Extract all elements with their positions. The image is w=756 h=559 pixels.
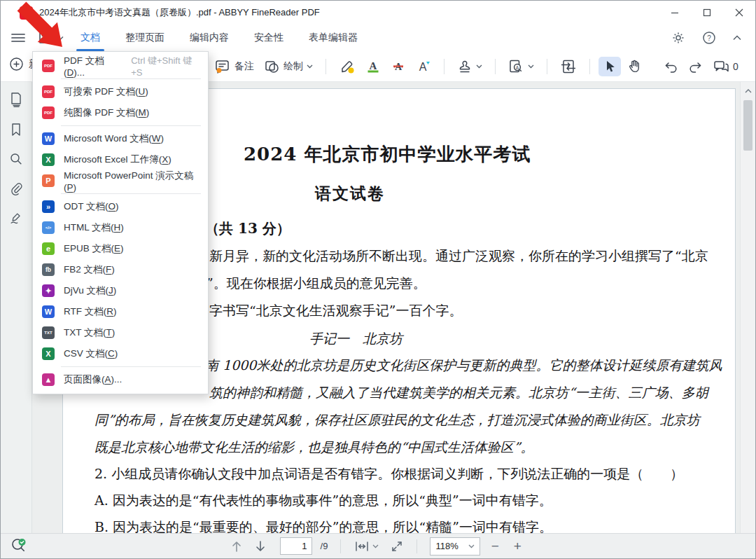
fullscreen-button[interactable] [390,539,404,553]
fit-width-button[interactable] [354,539,379,553]
menu-item-word-document[interactable]: WMicrosoft Word 文档(W) [33,128,208,149]
menu-item-label: 可搜索 PDF 文档(U) [64,85,148,98]
comments-count: 0 [733,61,738,72]
scrollbar-thumb[interactable] [743,100,752,151]
menu-separator [61,193,201,194]
window-title: 2024年北京市中考语文真题（原卷版）.pdf - ABBYY FineRead… [39,6,320,19]
doc-line: 同”的布局，旨在恢复历史建筑风貌，保存社区原驻民的文化生态，打造沉浸式体验的商业… [94,411,700,429]
save-button[interactable] [37,30,52,46]
menu-item-rtf-document[interactable]: WRTF 文档(R) [33,301,208,322]
doc-line: 手记一 北京坊 [309,330,402,348]
page-images-icon: ▲ [42,373,55,386]
convert-document-button[interactable] [556,56,581,77]
page-number-input[interactable] [280,537,312,555]
draw-chevron-icon [307,64,313,69]
collapse-toolbar-icon[interactable] [733,35,741,41]
hand-tool-button[interactable] [622,56,646,77]
menu-item-odt-document[interactable]: »ODT 文档(O) [33,196,208,217]
tab-document[interactable]: 文档 [79,25,102,50]
bookmarks-panel-icon[interactable] [10,123,22,137]
menu-item-label: DjVu 文档(J) [64,284,116,297]
menu-item-page-images[interactable]: ▲页面图像(A)... [33,369,208,390]
vertical-scrollbar[interactable] [740,82,755,534]
image-only-pdf-icon: PDF [42,106,55,119]
recognize-ocr-button[interactable]: A [504,56,538,77]
excel-workbook-icon: X [42,153,55,166]
menu-separator [61,125,201,126]
maximize-button[interactable] [691,1,723,25]
search-panel-icon[interactable] [9,152,23,166]
djvu-document-icon: ✦ [42,284,55,297]
stamp-button[interactable] [453,56,486,77]
menu-item-label: HTML 文档(H) [64,221,124,234]
save-options-chevron-icon[interactable] [57,36,64,41]
underline-tool-button[interactable]: A [361,56,385,77]
doc-line: B. 因为表达的是“最重要的、最好的部分”的意思，所以“精髓”一词中有错字。 [94,518,552,534]
recognize-chevron-icon [528,64,534,69]
highlight-tool-button[interactable] [335,56,360,77]
note-label: 备注 [234,60,254,73]
zoom-in-button[interactable]: + [510,539,525,554]
stamp-chevron-icon [476,64,482,69]
tab-organize-pages[interactable]: 整理页面 [124,25,166,50]
svg-text:A: A [395,62,402,72]
signature-panel-icon[interactable] [9,211,23,225]
zoom-level-select[interactable]: 118% [430,537,480,555]
doc-line: A. 因为表达的是“有代表性的事物或事件”的意思，所以“典型”一词中有错字。 [94,492,552,510]
menu-item-label: Microsoft Excel 工作簿(X) [64,153,172,166]
insert-text-tool-button[interactable]: A [412,56,435,77]
svg-text:A: A [419,61,427,73]
menu-item-pdf-document[interactable]: PDFPDF 文档(D)...Ctrl 键+Shift 键+S [33,55,208,76]
close-button[interactable] [723,1,755,25]
csv-document-icon: X [42,347,55,360]
menu-item-djvu-document[interactable]: ✦DjVu 文档(J) [33,280,208,301]
undo-button[interactable] [659,57,682,76]
redo-button[interactable] [684,57,708,76]
minimize-button[interactable] [659,1,691,25]
tab-security[interactable]: 安全性 [253,25,285,50]
menu-tab-bar: 文档 整理页面 编辑内容 安全性 表单编辑器 ? [1,25,755,51]
strikethrough-tool-button[interactable]: A [386,56,410,77]
next-page-button[interactable] [255,540,266,553]
tab-form-editor[interactable]: 表单编辑器 [307,25,359,50]
pages-panel-icon[interactable] [9,92,23,107]
zoom-out-button[interactable]: − [487,539,503,554]
menu-item-searchable-pdf[interactable]: PDF可搜索 PDF 文档(U) [33,81,208,102]
menu-item-image-only-pdf[interactable]: PDF纯图像 PDF 文档(M) [33,102,208,123]
menu-item-txt-document[interactable]: TXTTXT 文档(T) [33,322,208,343]
menu-item-label: 页面图像(A)... [64,373,122,386]
menu-item-label: ODT 文档(O) [64,200,119,213]
doc-line: 新月异，新的文化活动场所不断出现。通过广泛观察，你所在的学习小组撰写了“北京 [209,247,708,265]
menu-item-epub-document[interactable]: eEPUB 文档(E) [33,238,208,259]
note-button[interactable]: 备注 [211,57,258,77]
title-bar: 2024年北京市中考语文真题（原卷版）.pdf - ABBYY FineRead… [1,1,755,25]
comments-panel-button[interactable]: 0 [709,57,743,76]
menu-item-excel-workbook[interactable]: XMicrosoft Excel 工作簿(X) [33,149,208,170]
rtf-document-icon: W [42,305,55,318]
help-icon[interactable]: ? [702,31,716,45]
word-document-icon: W [42,132,55,145]
save-dropdown: PDFPDF 文档(D)...Ctrl 键+Shift 键+SPDF可搜索 PD… [32,51,209,394]
draw-button[interactable]: 绘制 [260,57,317,77]
attachments-panel-icon[interactable] [9,181,23,195]
select-tool-button[interactable] [598,57,621,76]
previous-page-button[interactable] [231,540,242,553]
fit-chevron-icon [372,544,379,548]
menu-item-fb2-document[interactable]: fbFB2 文档(F) [33,259,208,280]
settings-gear-icon[interactable] [671,31,685,45]
proofreading-icon[interactable] [10,537,28,555]
menu-item-html-document[interactable]: </>HTML 文档(H) [33,217,208,238]
scrollbar-up-icon[interactable] [741,86,755,95]
tab-edit-content[interactable]: 编辑内容 [188,25,230,50]
svg-text:A: A [370,60,377,71]
abbyy-finereader-window: 2024年北京市中考语文真题（原卷版）.pdf - ABBYY FineRead… [0,0,756,559]
zoom-chevron-icon [468,544,475,548]
abbyy-logo-icon [20,6,33,20]
menu-separator [61,78,201,79]
svg-text:?: ? [707,34,711,42]
menu-item-csv-document[interactable]: XCSV 文档(C) [33,343,208,364]
doc-line: ”。现在你根据小组成员的意见完善。 [206,275,426,293]
main-menu-icon[interactable] [9,33,27,43]
powerpoint-presentation-icon: P [42,174,55,187]
menu-item-powerpoint-presentation[interactable]: PMicrosoft PowerPoint 演示文稿(P) [33,170,208,191]
